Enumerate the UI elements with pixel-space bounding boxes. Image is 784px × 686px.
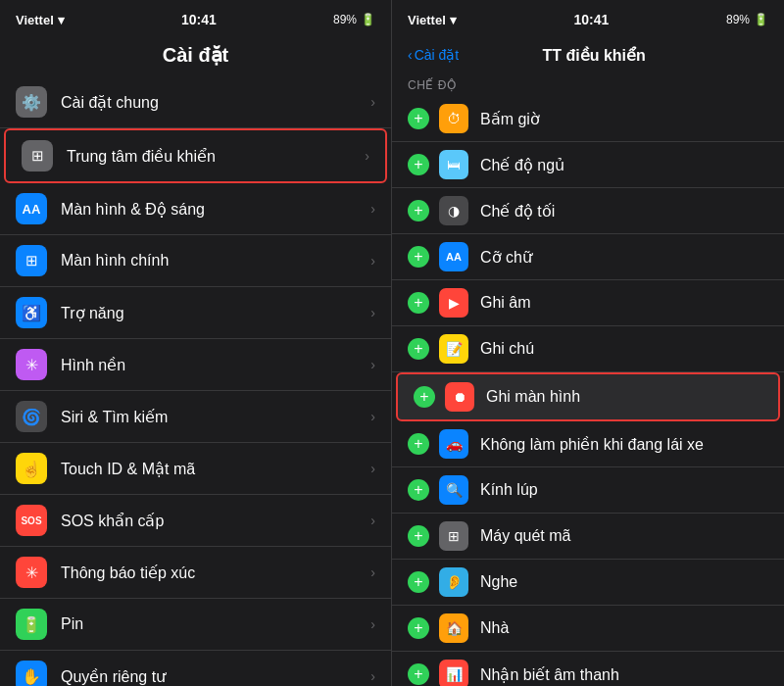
- right-panel: Viettel ▾ 10:41 89% 🔋 ‹ Cài đặt TT điều …: [392, 0, 784, 686]
- icon-home: 🏠: [446, 620, 463, 636]
- label-man-hinh: Màn hình & Độ sáng: [61, 200, 370, 219]
- add-co-chu[interactable]: +: [408, 246, 429, 268]
- settings-item-cai-dat-chung[interactable]: ⚙️ Cài đặt chung ›: [0, 76, 391, 128]
- label-may-quet-ma: Máy quét mã: [480, 527, 570, 545]
- icon-contact-tracing: ✳: [25, 564, 38, 582]
- label-quyen: Quyền riêng tư: [61, 667, 370, 686]
- settings-item-quyen[interactable]: ✋ Quyền riêng tư ›: [0, 651, 391, 686]
- right-item-khong-lam-phien[interactable]: + 🚗 Không làm phiền khi đang lái xe: [392, 421, 784, 467]
- chevron-cai-dat-chung: ›: [370, 94, 375, 110]
- settings-item-hinh-nen[interactable]: ✳ Hình nền ›: [0, 339, 391, 391]
- right-page-title: TT điều khiển: [459, 46, 729, 65]
- settings-item-sos[interactable]: SOS SOS khẩn cấp ›: [0, 495, 391, 547]
- label-che-do-ngu: Chế độ ngủ: [480, 156, 564, 174]
- chevron-thong-bao: ›: [370, 564, 375, 580]
- icon-control-center: ⊞: [31, 147, 44, 165]
- settings-item-tro-nang[interactable]: ♿ Trợ năng ›: [0, 287, 391, 339]
- label-ghi-am: Ghi âm: [480, 294, 531, 312]
- right-item-ghi-chu[interactable]: + 📝 Ghi chú: [392, 326, 784, 372]
- icon-wallpaper: ✳: [25, 356, 38, 374]
- right-item-bam-gio[interactable]: + ⏱ Bấm giờ: [392, 96, 784, 142]
- label-ghi-chu: Ghi chú: [480, 340, 534, 358]
- settings-item-siri[interactable]: 🌀 Siri & Tìm kiếm ›: [0, 391, 391, 443]
- right-header: ‹ Cài đặt TT điều khiển: [392, 35, 784, 71]
- label-siri: Siri & Tìm kiếm: [61, 408, 370, 426]
- label-cai-dat-chung: Cài đặt chung: [61, 93, 370, 112]
- icon-hearing: 👂: [446, 574, 463, 590]
- add-nhan-biet-am-thanh[interactable]: +: [408, 663, 429, 685]
- right-item-nhan-biet-am-thanh[interactable]: + 📊 Nhận biết âm thanh: [392, 652, 784, 686]
- icon-ghi-am: ▶: [439, 288, 468, 318]
- right-item-nghe[interactable]: + 👂 Nghe: [392, 560, 784, 606]
- add-kinh-lup[interactable]: +: [408, 479, 429, 501]
- settings-item-touch-id[interactable]: ☝ Touch ID & Mật mã ›: [0, 443, 391, 495]
- icon-magnifier: 🔍: [446, 482, 463, 498]
- add-ghi-man-hinh[interactable]: +: [414, 386, 435, 408]
- right-battery-pct: 89%: [726, 13, 750, 26]
- settings-item-man-hinh[interactable]: AA Màn hình & Độ sáng ›: [0, 183, 391, 235]
- settings-item-trung-tam-dieu-khien[interactable]: ⊞ Trung tâm điều khiển ›: [4, 128, 387, 183]
- icon-may-quet-ma: ⊞: [439, 521, 468, 551]
- label-nha: Nhà: [480, 619, 509, 637]
- icon-sos: SOS: [16, 505, 47, 536]
- right-battery-icon: 🔋: [754, 13, 768, 26]
- right-item-kinh-lup[interactable]: + 🔍 Kính lúp: [392, 467, 784, 514]
- add-khong-lam-phien[interactable]: +: [408, 433, 429, 455]
- label-co-chu: Cỡ chữ: [480, 248, 532, 267]
- icon-tro-nang: ♿: [16, 297, 47, 328]
- left-status-bar: Viettel ▾ 10:41 89% 🔋: [0, 0, 391, 35]
- right-item-ghi-man-hinh[interactable]: + ⏺ Ghi màn hình: [396, 372, 780, 421]
- label-thong-bao: Thông báo tiếp xúc: [61, 564, 370, 582]
- left-page-title: Cài đặt: [0, 35, 391, 76]
- icon-qr-scanner: ⊞: [448, 528, 460, 544]
- chevron-siri: ›: [370, 409, 375, 424]
- back-button[interactable]: ‹ Cài đặt: [408, 47, 459, 63]
- left-battery-pct: 89%: [333, 13, 357, 26]
- icon-screen-record: ⏺: [453, 389, 466, 405]
- right-items-list: + ⏱ Bấm giờ + 🛏 Chế độ ngủ + ◑ Chế độ tố…: [392, 96, 784, 686]
- icon-timer: ⏱: [447, 111, 461, 126]
- add-che-do-ngu[interactable]: +: [408, 154, 429, 175]
- icon-che-do-ngu: 🛏: [439, 150, 468, 179]
- label-hinh-nen: Hình nền: [61, 356, 370, 374]
- back-label: Cài đặt: [415, 47, 460, 63]
- label-trung-tam: Trung tâm điều khiển: [67, 147, 365, 166]
- icon-nhan-biet-am-thanh: 📊: [439, 660, 468, 686]
- right-item-may-quet-ma[interactable]: + ⊞ Máy quét mã: [392, 514, 784, 560]
- right-item-che-do-ngu[interactable]: + 🛏 Chế độ ngủ: [392, 142, 784, 188]
- add-ghi-chu[interactable]: +: [408, 338, 429, 360]
- label-nhan-biet-am-thanh: Nhận biết âm thanh: [480, 665, 619, 684]
- settings-item-man-hinh-chinh[interactable]: ⊞ Màn hình chính ›: [0, 235, 391, 287]
- icon-pin: 🔋: [16, 609, 47, 640]
- icon-hinh-nen: ✳: [16, 349, 47, 380]
- settings-item-pin[interactable]: 🔋 Pin ›: [0, 599, 391, 651]
- add-may-quet-ma[interactable]: +: [408, 525, 429, 547]
- chevron-touch-id: ›: [370, 461, 375, 476]
- chevron-tro-nang: ›: [370, 305, 375, 320]
- icon-gear: ⚙️: [22, 93, 41, 112]
- right-item-co-chu[interactable]: + AA Cỡ chữ: [392, 234, 784, 280]
- label-nghe: Nghe: [480, 573, 517, 591]
- right-item-nha[interactable]: + 🏠 Nhà: [392, 606, 784, 652]
- icon-thong-bao: ✳: [16, 557, 47, 588]
- right-item-ghi-am[interactable]: + ▶ Ghi âm: [392, 280, 784, 326]
- right-item-che-do-toi[interactable]: + ◑ Chế độ tối: [392, 188, 784, 234]
- chevron-man-hinh-chinh: ›: [370, 253, 375, 269]
- add-bam-gio[interactable]: +: [408, 108, 429, 129]
- add-nha[interactable]: +: [408, 617, 429, 639]
- chevron-man-hinh: ›: [370, 201, 375, 217]
- settings-item-thong-bao[interactable]: ✳ Thông báo tiếp xúc ›: [0, 547, 391, 599]
- chevron-trung-tam: ›: [365, 148, 369, 164]
- icon-quyen: ✋: [16, 661, 47, 686]
- add-ghi-am[interactable]: +: [408, 292, 429, 314]
- add-che-do-toi[interactable]: +: [408, 200, 429, 221]
- add-nghe[interactable]: +: [408, 571, 429, 593]
- section-header-che-do: Chế độ: [392, 71, 784, 96]
- icon-man-hinh-chinh: ⊞: [16, 245, 47, 276]
- left-panel: Viettel ▾ 10:41 89% 🔋 Cài đặt ⚙️ Cài đặt…: [0, 0, 392, 686]
- right-status-left: Viettel ▾: [408, 13, 457, 27]
- icon-driving: 🚗: [446, 436, 463, 452]
- label-bam-gio: Bấm giờ: [480, 110, 540, 128]
- chevron-sos: ›: [370, 513, 375, 528]
- icon-co-chu: AA: [439, 242, 468, 271]
